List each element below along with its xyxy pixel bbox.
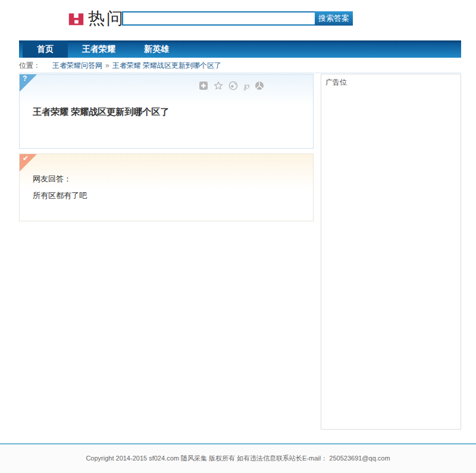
header: 热问 搜索答案 xyxy=(0,0,476,40)
search-input[interactable] xyxy=(122,11,315,26)
answer-card: ✔ 网友回答： 所有区都有了吧 xyxy=(19,154,314,221)
answer-corner-ribbon: ✔ xyxy=(20,154,37,171)
question-card: ? xyxy=(19,74,314,149)
breadcrumb-current: 王者荣耀 荣耀战区更新到哪个区了 xyxy=(112,61,221,70)
answer-heading: 网友回答： xyxy=(33,174,71,184)
ad-placeholder: 广告位 xyxy=(321,74,461,430)
content-column: ? xyxy=(19,74,314,430)
sina-weibo-icon[interactable] xyxy=(228,81,238,90)
nav-item-wangzherongyao[interactable]: 王者荣耀 xyxy=(68,40,130,58)
logo[interactable]: 热问 xyxy=(67,9,125,28)
search-bar: 搜索答案 xyxy=(122,11,353,26)
breadcrumb: 位置：王者荣耀问答网»王者荣耀 荣耀战区更新到哪个区了 xyxy=(19,58,461,73)
breadcrumb-site-link[interactable]: 王者荣耀问答网 xyxy=(52,61,102,70)
nav-item-xinyingxiong[interactable]: 新英雄 xyxy=(130,40,183,58)
search-button[interactable]: 搜索答案 xyxy=(315,11,353,26)
nav-item-home[interactable]: 首页 xyxy=(23,40,68,58)
copyright-text: Copyright 2014-2015 sf024.com 随风采集 版权所有 … xyxy=(0,444,476,463)
question-title: 王者荣耀 荣耀战区更新到哪个区了 xyxy=(33,106,169,118)
ad-label: 广告位 xyxy=(325,78,347,86)
main-content: ? xyxy=(19,74,461,430)
share-plus-icon[interactable] xyxy=(199,81,208,90)
favorite-star-icon[interactable] xyxy=(214,81,223,90)
logo-icon xyxy=(67,10,85,27)
question-corner-ribbon: ? xyxy=(20,74,37,92)
footer: Copyright 2014-2015 sf024.com 随风采集 版权所有 … xyxy=(0,443,476,473)
breadcrumb-label: 位置： xyxy=(19,61,40,70)
main-nav: 首页 王者荣耀 新英雄 xyxy=(19,40,461,58)
answer-body: 所有区都有了吧 xyxy=(33,190,87,201)
logo-text: 热问 xyxy=(88,9,125,28)
share-toolbar: ℘ xyxy=(199,81,264,90)
tencent-weibo-icon[interactable]: ℘ xyxy=(243,81,249,90)
qzone-icon[interactable] xyxy=(255,81,264,90)
breadcrumb-separator: » xyxy=(105,61,109,70)
page: 热问 搜索答案 首页 王者荣耀 新英雄 位置：王者荣耀问答网»王者荣耀 荣耀战区… xyxy=(0,0,476,473)
sidebar: 广告位 xyxy=(321,74,461,430)
